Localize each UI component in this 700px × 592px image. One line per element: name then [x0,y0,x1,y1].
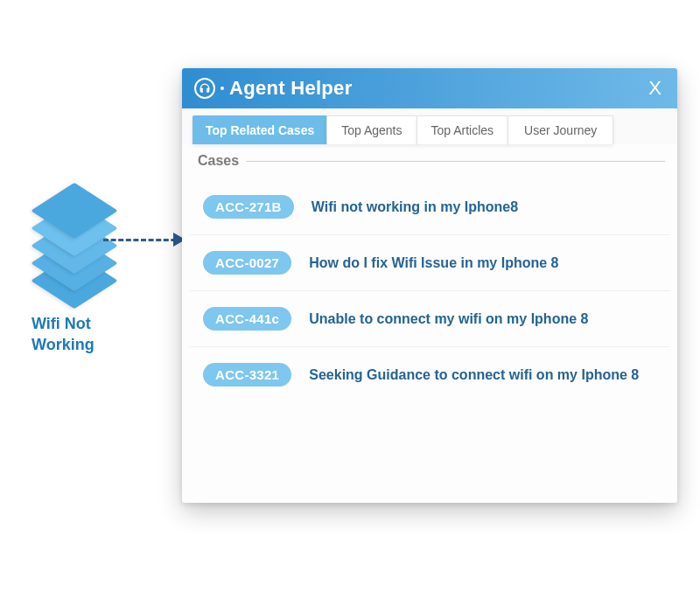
layers-icon [38,187,110,297]
divider [246,161,665,162]
case-title: Wifi not working in my Iphone8 [312,198,518,217]
tab-user-journey[interactable]: User Journey [508,115,613,144]
separator-dot-icon [220,87,224,90]
panel-header: Agent Helper X [182,68,677,108]
panel-title: Agent Helper [229,77,353,100]
case-row[interactable]: ACC-441c Unable to connect my wifi on my… [189,291,670,347]
case-id-pill: ACC-441c [203,307,291,331]
case-row[interactable]: ACC-271B Wifi not working in my Iphone8 [189,179,670,235]
tab-top-agents[interactable]: Top Agents [326,115,416,144]
arrow-to-panel [103,239,184,241]
case-row[interactable]: ACC-3321 Seeking Guidance to connect wif… [189,347,670,402]
tab-top-articles[interactable]: Top Articles [416,115,509,144]
case-list: ACC-271B Wifi not working in my Iphone8 … [182,172,677,402]
case-id-pill: ACC-271B [203,195,294,219]
case-title: How do I fix Wifi Issue in my Iphone 8 [309,254,558,273]
source-label: Wifi Not Working [26,313,122,356]
headset-icon [194,78,215,99]
case-id-pill: ACC-3321 [203,363,291,387]
case-id-pill: ACC-0027 [203,251,291,275]
tab-bar: Top Related Cases Top Agents Top Article… [182,108,677,144]
section-heading: Cases [182,144,677,172]
case-title: Seeking Guidance to connect wifi on my I… [309,366,639,385]
source-stack: Wifi Not Working [26,187,122,356]
close-button[interactable]: X [645,77,665,100]
section-label: Cases [198,153,239,169]
tab-top-related-cases[interactable]: Top Related Cases [192,115,327,144]
case-row[interactable]: ACC-0027 How do I fix Wifi Issue in my I… [189,235,670,291]
case-title: Unable to connect my wifi on my Iphone 8 [309,310,588,329]
agent-helper-panel: Agent Helper X Top Related Cases Top Age… [182,68,677,503]
